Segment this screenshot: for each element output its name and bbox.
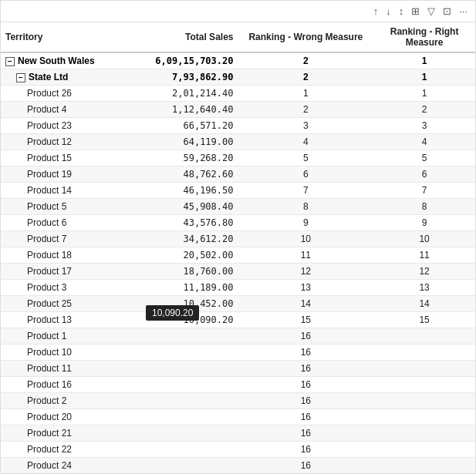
cell-ranking-wrong: 7 [238,183,373,199]
cell-sales: 7,93,862.90 [137,69,238,86]
table-row: Product 1948,762.6066 [1,166,475,183]
header-total-sales[interactable]: Total Sales [137,22,238,52]
cell-ranking-right [373,328,475,345]
cell-territory: Product 4 [1,102,137,118]
table-row: Product 545,908.4088 [1,199,475,215]
cell-territory: Product 20 [1,409,137,425]
more-icon[interactable]: ··· [457,4,469,18]
cell-ranking-wrong: 16 [238,361,373,377]
cell-ranking-right [373,458,475,474]
filter-icon[interactable]: ▽ [426,4,437,18]
cell-ranking-right: 10 [373,231,475,247]
cell-sales [137,458,238,474]
cell-ranking-wrong: 8 [238,199,373,215]
cell-territory: Product 2 [1,393,137,409]
table-row: Product 1016 [1,345,475,361]
cell-ranking-right: 8 [373,199,475,215]
main-container: ↑ ↓ ↕ ⊞ ▽ ⊡ ··· Territory Total Sales Ra… [0,0,476,474]
cell-territory: Product 3 [1,280,137,296]
table-row: Product 216 [1,393,475,409]
table-row: −State Ltd7,93,862.9021 [1,69,475,86]
cell-territory: Product 13 [1,312,137,328]
table-wrapper[interactable]: Territory Total Sales Ranking - Wrong Me… [1,22,475,473]
cell-ranking-wrong: 16 [238,409,373,425]
cell-sales [137,425,238,442]
grid-icon[interactable]: ⊡ [441,4,453,18]
cell-ranking-right [373,361,475,377]
cell-ranking-wrong: 10 [238,231,373,247]
cell-territory: Product 6 [1,215,137,231]
cell-ranking-right: 1 [373,86,475,102]
cell-ranking-wrong: 16 [238,345,373,361]
cell-territory: Product 12 [1,134,137,150]
cell-ranking-right: 14 [373,296,475,312]
cell-sales: 18,760.00 [137,264,238,280]
sort-asc-icon[interactable]: ↑ [372,4,380,18]
cell-ranking-right: 3 [373,118,475,134]
cell-territory: −State Ltd [1,69,137,86]
cell-ranking-wrong: 12 [238,264,373,280]
table-row: Product 2416 [1,458,475,474]
cell-territory: Product 22 [1,442,137,458]
cell-territory: Product 23 [1,118,137,134]
cell-sales: 48,762.60 [137,166,238,183]
cell-territory: Product 11 [1,361,137,377]
header-territory[interactable]: Territory [1,22,137,52]
cell-ranking-right: 12 [373,264,475,280]
table-row: Product 2366,571.2033 [1,118,475,134]
cell-ranking-wrong: 3 [238,118,373,134]
cell-ranking-right [373,409,475,425]
collapse-icon[interactable]: − [16,73,25,82]
table-row: Product 1310,090.201515 [1,312,475,328]
cell-sales: 59,268.20 [137,150,238,166]
table-row: Product 2510,452.001414 [1,296,475,312]
cell-ranking-right [373,377,475,393]
cell-ranking-wrong: 6 [238,166,373,183]
table-row: Product 41,12,640.4022 [1,102,475,118]
cell-territory: Product 15 [1,150,137,166]
table-row: Product 311,189.001313 [1,280,475,296]
cell-territory: Product 25 [1,296,137,312]
data-table: Territory Total Sales Ranking - Wrong Me… [1,22,475,473]
table-row: Product 734,612.201010 [1,231,475,247]
cell-ranking-wrong: 16 [238,393,373,409]
table-row: Product 1718,760.001212 [1,264,475,280]
cell-territory: Product 1 [1,328,137,345]
cell-ranking-wrong: 14 [238,296,373,312]
cell-ranking-wrong: 16 [238,425,373,442]
cell-sales: 66,571.20 [137,118,238,134]
cell-ranking-right: 1 [373,69,475,86]
cell-territory: Product 5 [1,199,137,215]
cell-sales [137,393,238,409]
cell-ranking-wrong: 16 [238,458,373,474]
sort-desc-icon[interactable]: ↓ [384,4,393,18]
sort-both-icon[interactable]: ↕ [397,4,406,18]
toolbar: ↑ ↓ ↕ ⊞ ▽ ⊡ ··· [1,1,475,22]
cell-ranking-wrong: 16 [238,442,373,458]
cell-ranking-wrong: 2 [238,52,373,69]
cell-territory: Product 14 [1,183,137,199]
cell-territory: Product 17 [1,264,137,280]
header-ranking-wrong[interactable]: Ranking - Wrong Measure [238,22,373,52]
cell-ranking-right: 6 [373,166,475,183]
cell-sales: 20,502.00 [137,247,238,264]
cell-territory: −New South Wales [1,52,137,69]
expand-icon[interactable]: ⊞ [410,4,421,18]
cell-sales: 11,189.00 [137,280,238,296]
cell-territory: Product 24 [1,458,137,474]
table-row: Product 643,576.8099 [1,215,475,231]
cell-ranking-wrong: 16 [238,328,373,345]
header-ranking-right[interactable]: Ranking - Right Measure [373,22,475,52]
cell-sales: 46,196.50 [137,183,238,199]
cell-ranking-wrong: 1 [238,86,373,102]
collapse-icon[interactable]: − [5,57,15,66]
cell-ranking-right: 9 [373,215,475,231]
cell-territory: Product 19 [1,166,137,183]
table-row: Product 1446,196.5077 [1,183,475,199]
cell-sales: 2,01,214.40 [137,86,238,102]
table-row: −New South Wales6,09,15,703.2021 [1,52,475,69]
cell-sales [137,328,238,345]
cell-sales [137,442,238,458]
cell-territory: Product 7 [1,231,137,247]
cell-territory: Product 26 [1,86,137,102]
